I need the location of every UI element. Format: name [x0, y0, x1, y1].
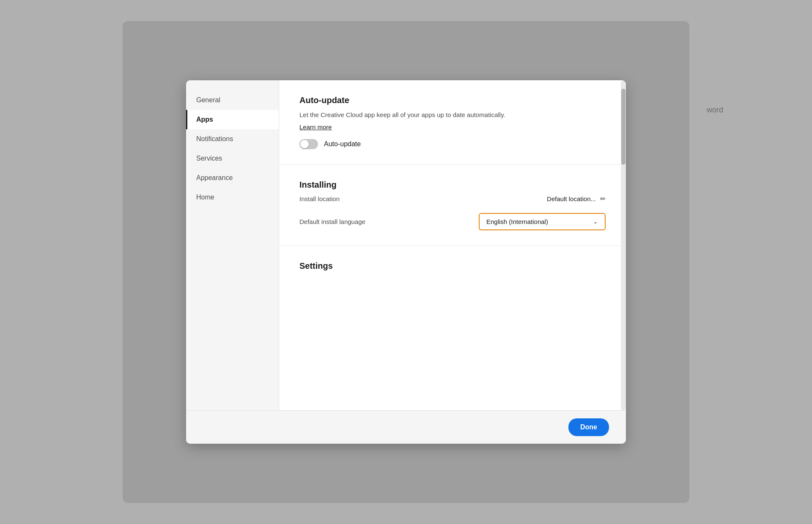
- autoupdate-section: Auto-update Let the Creative Cloud app k…: [279, 80, 626, 165]
- language-label: Default install language: [299, 218, 365, 225]
- content-wrapper: Auto-update Let the Creative Cloud app k…: [279, 80, 626, 410]
- sidebar-item-services[interactable]: Services: [186, 149, 279, 168]
- install-location-value-text: Default location...: [547, 195, 596, 202]
- sidebar-item-general[interactable]: General: [186, 90, 279, 110]
- language-select-value: English (International): [486, 218, 548, 225]
- learn-more-link[interactable]: Learn more: [299, 123, 332, 131]
- autoupdate-description: Let the Creative Cloud app keep all of y…: [299, 110, 606, 120]
- settings-section: Settings: [279, 246, 626, 291]
- dialog-body: General Apps Notifications Services Appe…: [186, 80, 626, 410]
- toggle-label: Auto-update: [324, 140, 361, 148]
- install-location-row: Install location Default location... ✏: [299, 195, 606, 203]
- scrollbar-thumb[interactable]: [621, 89, 625, 165]
- autoupdate-title: Auto-update: [299, 96, 606, 105]
- password-hint: word: [707, 106, 723, 115]
- toggle-knob: [300, 140, 309, 148]
- scrollbar-track[interactable]: [621, 80, 626, 410]
- dialog-footer: Done: [186, 410, 626, 444]
- done-button[interactable]: Done: [568, 418, 609, 436]
- autoupdate-toggle[interactable]: [299, 139, 318, 149]
- autoupdate-toggle-row: Auto-update: [299, 139, 606, 149]
- main-content: Auto-update Let the Creative Cloud app k…: [279, 80, 626, 410]
- language-row: Default install language English (Intern…: [299, 213, 606, 230]
- installing-title: Installing: [299, 180, 606, 190]
- sidebar-item-apps[interactable]: Apps: [186, 110, 279, 129]
- install-location-label: Install location: [299, 195, 340, 202]
- install-location-value-container: Default location... ✏: [547, 195, 606, 203]
- sidebar-item-home[interactable]: Home: [186, 188, 279, 207]
- sidebar: General Apps Notifications Services Appe…: [186, 80, 279, 410]
- chevron-down-icon: ⌄: [593, 218, 598, 225]
- settings-title: Settings: [299, 261, 606, 271]
- language-select-dropdown[interactable]: English (International) ⌄: [479, 213, 606, 230]
- installing-section: Installing Install location Default loca…: [279, 165, 626, 246]
- sidebar-item-notifications[interactable]: Notifications: [186, 129, 279, 149]
- sidebar-item-appearance[interactable]: Appearance: [186, 168, 279, 188]
- preferences-dialog: General Apps Notifications Services Appe…: [186, 80, 626, 444]
- edit-icon[interactable]: ✏: [600, 195, 606, 203]
- outer-frame: General Apps Notifications Services Appe…: [123, 21, 689, 503]
